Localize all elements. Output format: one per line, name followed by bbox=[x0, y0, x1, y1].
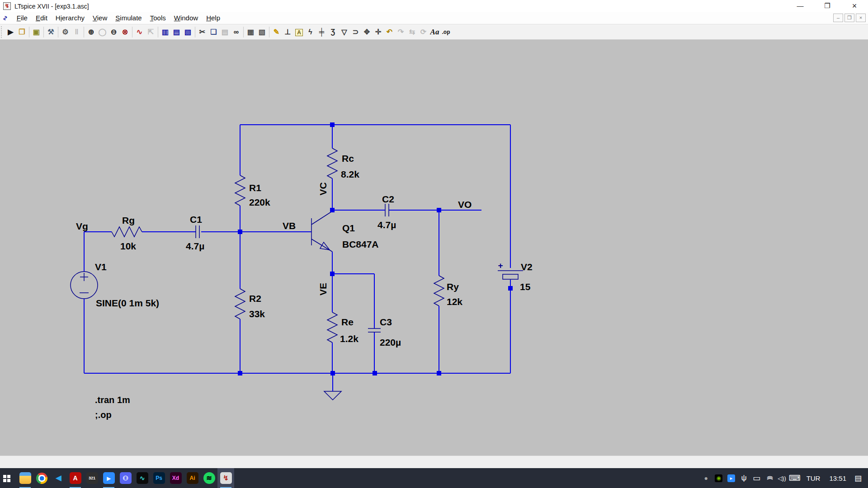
mdi-restore-button[interactable]: ❐ bbox=[844, 14, 854, 22]
undo-icon[interactable]: ↶ bbox=[384, 26, 395, 38]
clock[interactable]: 13:51 bbox=[826, 474, 850, 482]
vscode-icon[interactable]: ◄ bbox=[50, 468, 67, 488]
photoshop-icon[interactable]: Ps bbox=[151, 468, 167, 488]
net-label-ve[interactable]: VE bbox=[318, 283, 328, 296]
substance-icon[interactable]: ∿ bbox=[134, 468, 151, 488]
restore-button[interactable]: ❐ bbox=[814, 0, 841, 12]
capacitor-C3[interactable] bbox=[368, 328, 381, 332]
chrome-icon[interactable] bbox=[33, 468, 50, 488]
file-explorer-icon[interactable] bbox=[17, 468, 33, 488]
label-R2[interactable]: R2 bbox=[249, 293, 261, 304]
network-globe-icon[interactable]: ● bbox=[700, 468, 712, 488]
zoom-out-icon[interactable]: ⊖ bbox=[108, 26, 119, 38]
menu-window[interactable]: Window bbox=[170, 12, 202, 24]
value-R2[interactable]: 33k bbox=[249, 309, 265, 319]
capacitor-C2[interactable] bbox=[385, 204, 389, 216]
spice-directive-icon[interactable]: .op bbox=[440, 26, 452, 38]
directive-tran[interactable]: .tran 1m bbox=[95, 395, 130, 405]
menu-file[interactable]: File bbox=[13, 12, 32, 24]
close-button[interactable]: × bbox=[841, 0, 868, 12]
schematic-svg[interactable]: + bbox=[0, 40, 868, 455]
wires[interactable] bbox=[84, 125, 510, 391]
net-label-vo[interactable]: VO bbox=[458, 199, 472, 210]
battery-icon[interactable]: ▭ bbox=[750, 468, 763, 488]
net-label-icon[interactable]: A bbox=[293, 26, 305, 38]
tile-windows-icon[interactable]: ▥ bbox=[160, 26, 171, 38]
menu-help[interactable]: Help bbox=[202, 12, 224, 24]
value-V2[interactable]: 15 bbox=[520, 282, 531, 292]
toolbar-grip[interactable] bbox=[1, 26, 3, 38]
start-button[interactable] bbox=[0, 468, 17, 488]
pause-icon[interactable]: ‖ bbox=[71, 26, 82, 38]
find-icon[interactable]: ∞ bbox=[231, 26, 242, 38]
resistor-Rc[interactable] bbox=[327, 148, 337, 178]
halt-icon[interactable]: ⚙ bbox=[60, 26, 71, 38]
restore-windows-icon[interactable]: ▧ bbox=[182, 26, 193, 38]
redo-icon[interactable]: ↷ bbox=[395, 26, 406, 38]
text-icon[interactable]: Aa bbox=[429, 26, 440, 38]
value-Rc[interactable]: 8.2k bbox=[341, 169, 359, 179]
wifi-icon[interactable]: ))) bbox=[763, 468, 776, 488]
mdi-close-button[interactable]: × bbox=[856, 14, 866, 22]
paste-icon[interactable]: ▤ bbox=[219, 26, 231, 38]
menu-hierarchy[interactable]: Hierarchy bbox=[52, 12, 89, 24]
transistor-Q1[interactable] bbox=[311, 211, 332, 252]
discord-icon[interactable]: ⚇ bbox=[117, 468, 134, 488]
label-V2[interactable]: V2 bbox=[521, 262, 533, 272]
keyboard-icon[interactable]: ⌨ bbox=[788, 468, 801, 488]
label-V1[interactable]: V1 bbox=[95, 262, 107, 272]
value-Ry[interactable]: 12k bbox=[447, 296, 462, 307]
net-label-vg[interactable]: Vg bbox=[76, 221, 88, 231]
label-Rg[interactable]: Rg bbox=[122, 215, 135, 225]
resistor-Ry[interactable] bbox=[434, 276, 444, 306]
resistor-R2[interactable] bbox=[235, 289, 245, 319]
label-C3[interactable]: C3 bbox=[380, 317, 392, 327]
value-Q1[interactable]: BC847A bbox=[342, 239, 379, 249]
value-Rg[interactable]: 10k bbox=[120, 241, 136, 251]
resistor-Rg[interactable] bbox=[112, 227, 142, 237]
label-C1[interactable]: C1 bbox=[190, 214, 202, 225]
language-indicator[interactable]: TUR bbox=[803, 474, 824, 482]
waveform-icon[interactable]: ∿ bbox=[134, 26, 145, 38]
run-icon[interactable]: ▶ bbox=[5, 26, 16, 38]
illustrator-icon[interactable]: Ai bbox=[184, 468, 201, 488]
wire-icon[interactable]: ✎ bbox=[271, 26, 282, 38]
value-C2[interactable]: 4.7µ bbox=[377, 220, 396, 230]
net-label-vc[interactable]: VC bbox=[318, 182, 328, 195]
autorange-icon[interactable]: ⇱ bbox=[145, 26, 156, 38]
ground-symbol[interactable] bbox=[324, 391, 341, 400]
resistor-icon[interactable]: ϟ bbox=[305, 26, 316, 38]
minimize-button[interactable]: — bbox=[787, 0, 814, 12]
open-icon[interactable]: ❒ bbox=[16, 26, 28, 38]
menu-simulate[interactable]: Simulate bbox=[111, 12, 146, 24]
directive-op[interactable]: ;.op bbox=[95, 410, 112, 420]
component-icon[interactable]: ⊃ bbox=[350, 26, 361, 38]
value-Re[interactable]: 1.2k bbox=[340, 333, 359, 344]
spotify-icon[interactable]: ≋ bbox=[201, 468, 217, 488]
label-Ry[interactable]: Ry bbox=[447, 282, 459, 292]
zoom-tray-icon[interactable]: ▸ bbox=[725, 468, 738, 488]
net-label-vb[interactable]: VB bbox=[283, 221, 296, 231]
menu-view[interactable]: View bbox=[89, 12, 111, 24]
resistor-R1[interactable] bbox=[235, 175, 245, 206]
schematic-canvas[interactable]: + bbox=[0, 40, 868, 455]
nvidia-icon[interactable]: ◉ bbox=[712, 468, 725, 488]
cascade-windows-icon[interactable]: ▤ bbox=[171, 26, 182, 38]
cut-icon[interactable]: ✂ bbox=[197, 26, 208, 38]
media-player-321-icon[interactable]: 321 bbox=[84, 468, 100, 488]
microphone-icon[interactable]: ψ bbox=[738, 468, 750, 488]
zoom-full-extents-icon[interactable]: ⊗ bbox=[119, 26, 131, 38]
ltspice-icon[interactable]: ↯ bbox=[217, 468, 234, 488]
label-Q1[interactable]: Q1 bbox=[342, 223, 355, 233]
value-C1[interactable]: 4.7µ bbox=[186, 241, 204, 251]
voltage-source-V1[interactable] bbox=[71, 272, 98, 299]
print-icon[interactable]: ▦ bbox=[245, 26, 256, 38]
menu-edit[interactable]: Edit bbox=[32, 12, 52, 24]
value-R1[interactable]: 220k bbox=[249, 197, 270, 207]
value-C3[interactable]: 220µ bbox=[380, 337, 401, 347]
label-Re[interactable]: Re bbox=[341, 317, 354, 327]
zoom-back-icon[interactable]: ◯ bbox=[97, 26, 108, 38]
inductor-icon[interactable]: Ʒ bbox=[327, 26, 339, 38]
acrobat-icon[interactable]: A bbox=[67, 468, 84, 488]
action-center-icon[interactable]: ▤ bbox=[852, 468, 864, 488]
